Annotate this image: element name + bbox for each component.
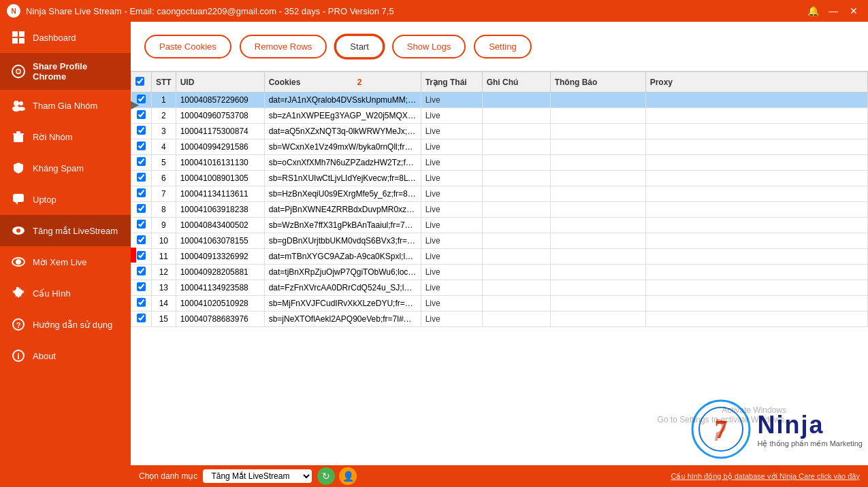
notification-icon[interactable]: 🔔 bbox=[805, 3, 820, 18]
table-row[interactable]: 8 100041063918238 dat=PjBnXWNE4ZRRBdxDuv… bbox=[131, 202, 868, 218]
select-all-checkbox[interactable] bbox=[135, 77, 144, 86]
sidebar-label-dashboard: Dashboard bbox=[33, 33, 76, 43]
row-thongbao bbox=[550, 171, 645, 186]
row-proxy bbox=[645, 139, 867, 155]
row-checkbox-cell[interactable] bbox=[131, 186, 152, 202]
row-checkbox-cell[interactable] bbox=[131, 296, 152, 312]
row-checkbox-cell[interactable] bbox=[131, 233, 152, 249]
row-stt: 9 bbox=[152, 218, 176, 233]
row-uid: 100041020510928 bbox=[176, 296, 264, 312]
row-checkbox-cell[interactable] bbox=[131, 155, 152, 171]
row-checkbox[interactable] bbox=[137, 204, 146, 213]
row-checkbox-cell[interactable] bbox=[131, 312, 152, 327]
row-checkbox[interactable] bbox=[137, 173, 146, 182]
row-stt: 11 bbox=[152, 249, 176, 265]
row-checkbox-cell[interactable] bbox=[131, 265, 152, 280]
row-checkbox[interactable] bbox=[137, 95, 146, 103]
row-checkbox-cell[interactable] bbox=[131, 280, 152, 296]
row-checkbox[interactable] bbox=[137, 141, 146, 150]
table-row[interactable]: 6 100041008901305 sb=RS1nXUIwCtLjvLIdYej… bbox=[131, 171, 868, 186]
row-cookies: sb=jNeXTOflAekl2APQ90eVeb;fr=7l#PSel3ZR3… bbox=[264, 312, 421, 327]
row-checkbox[interactable] bbox=[137, 220, 146, 229]
table-row[interactable]: 13 100041134923588 dat=FzFnXVrcAA0DRrCdQ… bbox=[131, 280, 868, 296]
row-checkbox[interactable] bbox=[137, 235, 146, 244]
table-row[interactable]: 2 100040960753708 sb=zA1nXWPEEg3YAGP_W20… bbox=[131, 108, 868, 124]
row-cookies: sb=WCxnXe1Vz49mxW/byka0rnQll;fr=84uw4ZEs… bbox=[264, 139, 421, 155]
row-proxy bbox=[645, 124, 867, 139]
row-ghichu bbox=[482, 249, 550, 265]
row-stt: 15 bbox=[152, 312, 176, 327]
row-trangthai: Live bbox=[421, 93, 482, 108]
row-trangthai: Live bbox=[421, 155, 482, 171]
table-row[interactable]: 9 100040843400502 sb=WzBnXe7ffX31gPkBAnT… bbox=[131, 218, 868, 233]
toolbar: Paste Cookies Remove Rows Start Show Log… bbox=[131, 22, 868, 71]
row-proxy bbox=[645, 265, 867, 280]
row-thongbao bbox=[550, 265, 645, 280]
row-checkbox-cell[interactable] bbox=[131, 249, 152, 265]
table-row[interactable]: 3 100041175300874 dat=aQ5nXZxNQT3q-0lkWR… bbox=[131, 124, 868, 139]
sidebar-item-share-profile-chrome[interactable]: Share Profile Chrome bbox=[0, 53, 131, 90]
refresh-icon[interactable]: ↻ bbox=[317, 467, 335, 485]
table-row[interactable]: 11 100040913326992 dat=mTBnXYGC9AZab-A9c… bbox=[131, 249, 868, 265]
sidebar-item-huong-dan[interactable]: ? Hướng dẫn sử dụng bbox=[0, 309, 131, 340]
svg-rect-14 bbox=[13, 194, 24, 202]
show-logs-button[interactable]: Show Logs bbox=[392, 35, 466, 58]
row-checkbox[interactable] bbox=[137, 157, 146, 166]
sidebar-item-about[interactable]: i About bbox=[0, 340, 131, 371]
sidebar-label-about: About bbox=[33, 351, 56, 361]
row-proxy bbox=[645, 280, 867, 296]
sidebar-item-tang-mat-livestream[interactable]: Tăng mắt LiveStream bbox=[0, 215, 131, 246]
row-checkbox-cell[interactable] bbox=[131, 124, 152, 139]
sidebar-item-uptop[interactable]: Uptop bbox=[0, 184, 131, 215]
row-checkbox-cell[interactable] bbox=[131, 93, 152, 108]
bottom-select-dropdown[interactable]: Tăng Mắt LiveStream Mời Xem Live Tham Gi… bbox=[203, 469, 312, 483]
sidebar-label-moi-xem-live: Mời Xem Live bbox=[33, 257, 87, 267]
sidebar-item-moi-xem-live[interactable]: Mời Xem Live bbox=[0, 246, 131, 278]
table-row[interactable]: 1 100040857229609 dat=rJA1nXQralob4DVSsk… bbox=[131, 93, 868, 108]
row-checkbox[interactable] bbox=[137, 314, 146, 322]
table-row[interactable]: 10 100041063078155 sb=gDBnXUrjtbbUKM0vdq… bbox=[131, 233, 868, 249]
row-checkbox[interactable] bbox=[137, 110, 146, 119]
remove-rows-button[interactable]: Remove Rows bbox=[240, 35, 327, 58]
row-checkbox-cell[interactable] bbox=[131, 139, 152, 155]
svg-point-19 bbox=[16, 260, 20, 264]
row-ghichu bbox=[482, 124, 550, 139]
row-checkbox-cell[interactable] bbox=[131, 171, 152, 186]
row-checkbox-cell[interactable] bbox=[131, 218, 152, 233]
row-cookies: sb=zA1nXWPEEg3YAGP_W20j5MQX;fr=75Uq4A5HO… bbox=[264, 108, 421, 124]
start-button[interactable]: Start bbox=[335, 35, 383, 58]
paste-cookies-button[interactable]: Paste Cookies bbox=[144, 35, 231, 58]
row-uid: 100040913326992 bbox=[176, 249, 264, 265]
sidebar-item-tham-gia-nhom[interactable]: Tham Gia Nhóm bbox=[0, 90, 131, 121]
row-trangthai: Live bbox=[421, 312, 482, 327]
row-checkbox[interactable] bbox=[137, 188, 146, 197]
row-trangthai: Live bbox=[421, 218, 482, 233]
svg-point-6 bbox=[17, 70, 20, 73]
table-row[interactable]: 4 100040994291586 sb=WCxnXe1Vz49mxW/byka… bbox=[131, 139, 868, 155]
sidebar-item-khang-spam[interactable]: Kháng Spam bbox=[0, 152, 131, 184]
row-checkbox-cell[interactable] bbox=[131, 202, 152, 218]
sidebar-item-roi-nhom[interactable]: Rời Nhóm bbox=[0, 121, 131, 152]
row-trangthai: Live bbox=[421, 202, 482, 218]
bottom-link[interactable]: Cấu hình đồng bộ database với Ninja Care… bbox=[671, 472, 860, 481]
row-stt: 2 bbox=[152, 108, 176, 124]
sidebar-item-cau-hinh[interactable]: Cấu Hình bbox=[0, 278, 131, 309]
row-checkbox[interactable] bbox=[137, 298, 146, 307]
close-button[interactable]: ✕ bbox=[846, 3, 861, 18]
setting-button[interactable]: Setting bbox=[474, 35, 531, 58]
table-row[interactable]: 5 100041016131130 sb=oCxnXfXMh7N6uZPZadz… bbox=[131, 155, 868, 171]
table-row[interactable]: 14 100041020510928 sb=MjFnXVJFCudIRvXkXL… bbox=[131, 296, 868, 312]
row-checkbox-cell[interactable] bbox=[131, 108, 152, 124]
content-area: Paste Cookies Remove Rows Start Show Log… bbox=[131, 22, 868, 487]
sidebar-item-dashboard[interactable]: Dashboard bbox=[0, 22, 131, 53]
row-checkbox[interactable] bbox=[137, 267, 146, 275]
table-row[interactable]: 7 100041134113611 sb=HzBnXeqiU0s9EXrgMfe… bbox=[131, 186, 868, 202]
svg-point-8 bbox=[19, 101, 23, 105]
table-row[interactable]: 12 100040928205881 dat=tjBnXRpZjuOjwP7Qg… bbox=[131, 265, 868, 280]
table-row[interactable]: 15 100040788683976 sb=jNeXTOflAekl2APQ90… bbox=[131, 312, 868, 327]
row-checkbox[interactable] bbox=[137, 126, 146, 135]
row-checkbox[interactable] bbox=[137, 282, 146, 291]
row-checkbox[interactable] bbox=[137, 251, 146, 260]
person-icon[interactable]: 👤 bbox=[339, 467, 357, 485]
minimize-button[interactable]: — bbox=[826, 3, 841, 18]
